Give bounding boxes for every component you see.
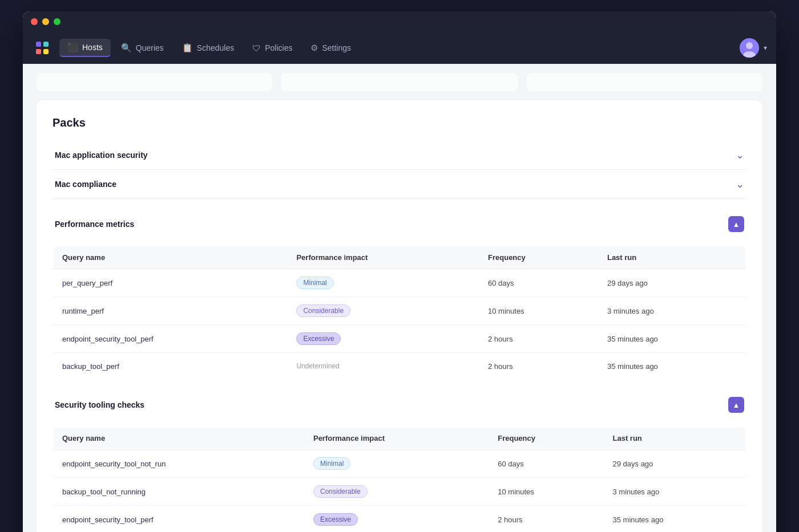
table-row: endpoint_security_tool_perf Excessive 2 … xyxy=(53,506,746,533)
impact-badge: Undetermined xyxy=(296,360,345,372)
frequency-cell: 60 days xyxy=(489,450,603,478)
user-menu-chevron[interactable]: ▾ xyxy=(764,44,767,52)
col-last-run-1: Last run xyxy=(598,246,746,269)
query-name: backup_tool_not_running xyxy=(53,478,304,506)
nav-label-queries: Queries xyxy=(136,43,164,52)
col-last-run-2: Last run xyxy=(604,427,746,450)
table-row: endpoint_security_tool_perf Excessive 2 … xyxy=(53,325,746,353)
mac-compliance-title: Mac compliance xyxy=(55,180,116,189)
impact-badge: Excessive xyxy=(296,332,341,345)
security-tooling-title: Security tooling checks xyxy=(55,400,144,409)
col-query-name-2: Query name xyxy=(53,427,304,450)
query-name: per_query_perf xyxy=(53,269,288,297)
nav-item-queries[interactable]: 🔍 Queries xyxy=(113,39,172,56)
security-tooling-table: Query name Performance impact Frequency … xyxy=(53,427,746,532)
nav-label-hosts: Hosts xyxy=(82,43,103,52)
table-header-row: Query name Performance impact Frequency … xyxy=(53,246,746,269)
impact-badge: Considerable xyxy=(313,485,368,498)
performance-metrics-section: Performance metrics ▲ Query name Perform… xyxy=(53,208,746,380)
table-header-row: Query name Performance impact Frequency … xyxy=(53,427,746,450)
performance-metrics-table: Query name Performance impact Frequency … xyxy=(53,246,746,380)
impact-badge: Minimal xyxy=(296,277,333,289)
performance-metrics-toggle[interactable]: ▲ xyxy=(728,216,744,232)
minimize-button[interactable] xyxy=(42,18,49,25)
nav-right: ▾ xyxy=(740,38,767,58)
maximize-button[interactable] xyxy=(54,18,60,25)
query-name: endpoint_security_tool_perf xyxy=(53,325,288,353)
logo-dot-4 xyxy=(43,49,49,54)
col-perf-impact-2: Performance impact xyxy=(304,427,489,450)
impact-cell: Considerable xyxy=(287,297,479,325)
last-run-cell: 3 minutes ago xyxy=(604,478,746,506)
frequency-cell: 10 minutes xyxy=(489,478,603,506)
last-run-cell: 35 minutes ago xyxy=(604,506,746,533)
packs-card: Packs Mac application security ⌄ Mac com… xyxy=(37,100,762,532)
query-name: endpoint_security_tool_not_run xyxy=(53,450,304,478)
impact-cell: Minimal xyxy=(304,450,489,478)
impact-cell: Minimal xyxy=(287,269,479,297)
nav-label-schedules: Schedules xyxy=(197,43,234,52)
avatar[interactable] xyxy=(740,38,759,58)
schedules-icon: 📋 xyxy=(182,43,193,53)
impact-cell: Excessive xyxy=(287,325,479,353)
last-run-cell: 35 minutes ago xyxy=(598,325,746,353)
packs-title: Packs xyxy=(53,116,746,129)
nav-item-policies[interactable]: 🛡 Policies xyxy=(244,40,300,56)
col-frequency-1: Frequency xyxy=(479,246,598,269)
table-row: backup_tool_perf Undetermined 2 hours 35… xyxy=(53,353,746,380)
last-run-cell: 29 days ago xyxy=(598,269,746,297)
policies-icon: 🛡 xyxy=(252,43,261,53)
settings-icon: ⚙ xyxy=(310,43,318,53)
nav-label-settings: Settings xyxy=(322,43,351,52)
nav-label-policies: Policies xyxy=(265,43,292,52)
query-name: backup_tool_perf xyxy=(53,353,288,380)
security-tooling-header[interactable]: Security tooling checks ▲ xyxy=(53,389,746,420)
query-name: endpoint_security_tool_perf xyxy=(53,506,304,533)
last-run-cell: 35 minutes ago xyxy=(598,353,746,380)
mac-app-security-header[interactable]: Mac application security ⌄ xyxy=(53,141,746,170)
frequency-cell: 10 minutes xyxy=(479,297,598,325)
titlebar xyxy=(23,11,776,32)
frequency-cell: 2 hours xyxy=(489,506,603,533)
nav-item-schedules[interactable]: 📋 Schedules xyxy=(174,39,242,56)
impact-badge: Minimal xyxy=(313,457,350,470)
queries-icon: 🔍 xyxy=(121,43,132,53)
col-frequency-2: Frequency xyxy=(489,427,603,450)
logo xyxy=(32,38,53,58)
performance-metrics-header[interactable]: Performance metrics ▲ xyxy=(53,208,746,239)
nav-item-hosts[interactable]: ⬛ Hosts xyxy=(59,39,111,57)
impact-badge: Considerable xyxy=(296,304,350,317)
logo-dot-3 xyxy=(36,49,41,54)
security-tooling-section: Security tooling checks ▲ Query name Per… xyxy=(53,389,746,532)
mac-compliance-header[interactable]: Mac compliance ⌄ xyxy=(53,170,746,199)
table-row: runtime_perf Considerable 10 minutes 3 m… xyxy=(53,297,746,325)
security-tooling-toggle[interactable]: ▲ xyxy=(728,397,744,413)
svg-point-1 xyxy=(746,42,753,49)
close-button[interactable] xyxy=(31,18,38,25)
frequency-cell: 2 hours xyxy=(479,325,598,353)
last-run-cell: 29 days ago xyxy=(604,450,746,478)
nav-item-settings[interactable]: ⚙ Settings xyxy=(302,39,359,56)
col-query-name-1: Query name xyxy=(53,246,288,269)
main-content: Packs Mac application security ⌄ Mac com… xyxy=(23,64,776,532)
mac-app-security-toggle-icon: ⌄ xyxy=(736,149,744,161)
table-row: endpoint_security_tool_not_run Minimal 6… xyxy=(53,450,746,478)
mac-compliance-toggle-icon: ⌄ xyxy=(736,178,744,190)
query-name: runtime_perf xyxy=(53,297,288,325)
impact-cell: Excessive xyxy=(304,506,489,533)
frequency-cell: 2 hours xyxy=(479,353,598,380)
logo-dot-1 xyxy=(36,42,41,47)
table-row: backup_tool_not_running Considerable 10 … xyxy=(53,478,746,506)
table-row: per_query_perf Minimal 60 days 29 days a… xyxy=(53,269,746,297)
impact-cell: Considerable xyxy=(304,478,489,506)
navbar: ⬛ Hosts 🔍 Queries 📋 Schedules 🛡 Policies… xyxy=(23,32,776,64)
app-window: ⬛ Hosts 🔍 Queries 📋 Schedules 🛡 Policies… xyxy=(23,11,776,532)
logo-dot-2 xyxy=(43,42,49,47)
impact-cell: Undetermined xyxy=(287,353,479,380)
col-perf-impact-1: Performance impact xyxy=(287,246,479,269)
hosts-icon: ⬛ xyxy=(67,42,78,52)
last-run-cell: 3 minutes ago xyxy=(598,297,746,325)
mac-app-security-title: Mac application security xyxy=(55,151,148,160)
frequency-cell: 60 days xyxy=(479,269,598,297)
performance-metrics-title: Performance metrics xyxy=(55,220,134,229)
